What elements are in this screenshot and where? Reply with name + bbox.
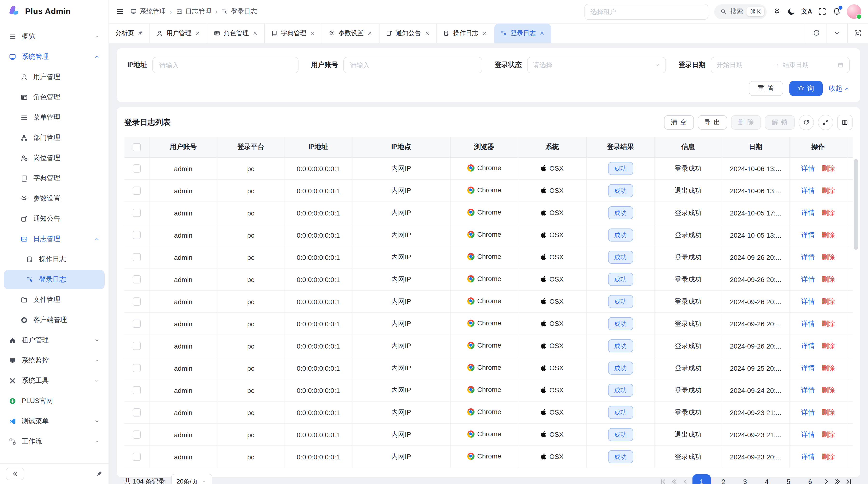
row-checkbox[interactable] (133, 409, 141, 417)
menu-toggle-icon[interactable] (116, 7, 124, 16)
column-settings-button[interactable] (837, 115, 852, 130)
tab-notices[interactable]: 通知公告 (379, 24, 437, 43)
action-detail[interactable]: 详情 (801, 386, 815, 394)
action-detail[interactable]: 详情 (801, 342, 815, 349)
action-detail[interactable]: 详情 (801, 430, 815, 438)
row-checkbox[interactable] (133, 231, 141, 239)
sidebar-item-notices[interactable]: 通知公告 (4, 209, 105, 228)
action-detail[interactable]: 详情 (801, 275, 815, 283)
action-delete[interactable]: 删除 (822, 297, 835, 305)
tab-operation-log[interactable]: 操作日志 (437, 24, 494, 43)
tab-dictionary[interactable]: 字典管理 (265, 24, 322, 43)
tab-dropdown-button[interactable] (827, 24, 847, 43)
action-detail[interactable]: 详情 (801, 164, 815, 172)
select-all-checkbox[interactable] (133, 143, 141, 151)
row-checkbox[interactable] (133, 209, 141, 217)
ip-input[interactable] (158, 61, 293, 69)
unlock-button[interactable]: 解 锁 (765, 115, 795, 130)
row-checkbox[interactable] (133, 276, 141, 284)
sidebar-item-roles[interactable]: 角色管理 (4, 88, 105, 107)
sidebar-item-departments[interactable]: 部门管理 (4, 128, 105, 148)
row-checkbox[interactable] (133, 342, 141, 350)
action-delete[interactable]: 删除 (822, 231, 835, 238)
sidebar-item-test-menu[interactable]: 测试菜单 (4, 412, 105, 431)
action-detail[interactable]: 详情 (801, 253, 815, 261)
sidebar-item-menus[interactable]: 菜单管理 (4, 108, 105, 127)
row-checkbox[interactable] (133, 453, 141, 461)
dark-mode-moon-icon[interactable] (787, 7, 796, 16)
close-icon[interactable] (367, 30, 373, 36)
sidebar-item-tools[interactable]: 系统工具 (4, 371, 105, 390)
page-2-button[interactable]: 2 (714, 474, 733, 484)
row-checkbox[interactable] (133, 187, 141, 195)
action-detail[interactable]: 详情 (801, 186, 815, 194)
breadcrumb-log-management[interactable]: 日志管理 (176, 7, 212, 16)
row-checkbox[interactable] (133, 165, 141, 173)
sidebar-item-tenants[interactable]: 租户管理 (4, 331, 105, 350)
row-checkbox[interactable] (133, 431, 141, 439)
action-detail[interactable]: 详情 (801, 297, 815, 305)
settings-gear-icon[interactable] (772, 7, 781, 16)
sidebar-item-users[interactable]: 用户管理 (4, 67, 105, 87)
action-delete[interactable]: 删除 (822, 342, 835, 349)
page-last-button[interactable] (845, 478, 852, 484)
action-delete[interactable]: 删除 (822, 452, 835, 460)
page-4-button[interactable]: 4 (757, 474, 776, 484)
sidebar-item-log-management[interactable]: 日志管理 (4, 229, 105, 249)
page-first-button[interactable] (659, 478, 667, 484)
action-detail[interactable]: 详情 (801, 231, 815, 238)
page-size-select[interactable]: 20条/页 (171, 474, 212, 484)
page-forward-10-button[interactable] (834, 478, 841, 484)
action-delete[interactable]: 删除 (822, 364, 835, 372)
action-detail[interactable]: 详情 (801, 208, 815, 216)
sidebar-item-clients[interactable]: 客户端管理 (4, 311, 105, 330)
tab-analysis[interactable]: 分析页 (109, 24, 150, 43)
page-3-button[interactable]: 3 (736, 474, 754, 484)
status-select[interactable]: 请选择 (527, 57, 666, 73)
tab-fullscreen-button[interactable] (847, 24, 868, 43)
tenant-select[interactable] (585, 4, 708, 20)
table-scrollbar-thumb[interactable] (854, 159, 858, 250)
global-search[interactable]: 搜索 ⌘ K (714, 4, 767, 19)
tab-parameters[interactable]: 参数设置 (322, 24, 379, 43)
action-delete[interactable]: 删除 (822, 275, 835, 283)
sidebar-collapse-button[interactable] (6, 467, 24, 480)
action-delete[interactable]: 删除 (822, 186, 835, 194)
sidebar-item-plus-site[interactable]: PLUS官网 (4, 391, 105, 411)
pin-icon[interactable] (96, 471, 103, 477)
refresh-button[interactable] (799, 115, 814, 130)
sidebar-item-files[interactable]: 文件管理 (4, 290, 105, 310)
action-detail[interactable]: 详情 (801, 408, 815, 416)
action-detail[interactable]: 详情 (801, 319, 815, 327)
action-delete[interactable]: 删除 (822, 208, 835, 216)
page-next-button[interactable] (823, 478, 830, 484)
row-checkbox[interactable] (133, 253, 141, 261)
reset-button[interactable]: 重 置 (749, 81, 783, 96)
tab-users[interactable]: 用户管理 (150, 24, 207, 43)
close-icon[interactable] (539, 30, 545, 36)
close-icon[interactable] (252, 30, 258, 36)
sidebar-item-parameters[interactable]: 参数设置 (4, 189, 105, 208)
action-delete[interactable]: 删除 (822, 253, 835, 261)
action-delete[interactable]: 删除 (822, 430, 835, 438)
delete-button[interactable]: 删 除 (731, 115, 761, 130)
breadcrumb-login-log[interactable]: 登录日志 (221, 7, 257, 16)
tab-login-log[interactable]: 登录日志 (494, 24, 551, 43)
action-detail[interactable]: 详情 (801, 364, 815, 372)
translate-icon[interactable]: 文A (801, 7, 812, 16)
expand-table-button[interactable] (818, 115, 833, 130)
sidebar-item-dictionary[interactable]: 字典管理 (4, 169, 105, 188)
page-back-10-button[interactable] (670, 478, 678, 484)
row-checkbox[interactable] (133, 386, 141, 394)
pin-icon[interactable] (137, 30, 143, 36)
action-delete[interactable]: 删除 (822, 408, 835, 416)
page-6-button[interactable]: 6 (801, 474, 819, 484)
action-delete[interactable]: 删除 (822, 386, 835, 394)
close-icon[interactable] (195, 30, 200, 36)
collapse-filters-link[interactable]: 收起 (829, 84, 850, 93)
sidebar-item-monitoring[interactable]: 系统监控 (4, 351, 105, 370)
action-detail[interactable]: 详情 (801, 452, 815, 460)
tab-roles[interactable]: 角色管理 (207, 24, 265, 43)
row-checkbox[interactable] (133, 364, 141, 373)
account-input[interactable] (349, 61, 476, 69)
